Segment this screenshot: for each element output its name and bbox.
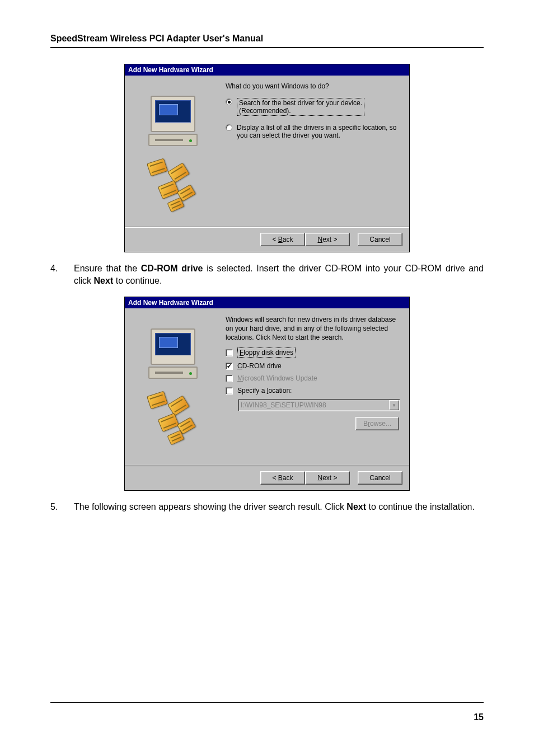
dialog-add-hardware-search-locations: Add New Hardware Wizard bbox=[124, 297, 410, 491]
chip-icon bbox=[158, 180, 180, 199]
back-button[interactable]: < Back bbox=[260, 233, 305, 246]
cancel-button[interactable]: Cancel bbox=[358, 471, 402, 485]
checkbox-icon bbox=[226, 349, 233, 356]
checkbox-cdrom[interactable]: ✔ CD-ROM drive bbox=[226, 362, 400, 370]
checkbox-icon: ✔ bbox=[226, 363, 233, 370]
location-combobox: I:\WIN98_SE\SETUP\WIN98 ▼ bbox=[238, 399, 400, 411]
radio-label: Display a list of all the drivers in a s… bbox=[237, 124, 400, 139]
wizard-illustration bbox=[132, 315, 221, 463]
computer-base-icon bbox=[148, 134, 198, 146]
footer-rule bbox=[50, 702, 484, 703]
radio-icon bbox=[226, 124, 232, 131]
chip-icon bbox=[167, 395, 190, 416]
wizard-illustration bbox=[132, 82, 221, 224]
radio-label-line1: Search for the best driver for your devi… bbox=[239, 99, 362, 107]
radio-icon bbox=[226, 98, 232, 105]
back-button[interactable]: < Back bbox=[260, 471, 305, 485]
checkbox-windows-update: Microsoft Windows Update bbox=[226, 374, 400, 382]
prompt-text: What do you want Windows to do? bbox=[226, 82, 400, 90]
radio-option-display-list[interactable]: Display a list of all the drivers in a s… bbox=[226, 124, 400, 139]
checkbox-floppy[interactable]: Floppy disk drives bbox=[226, 348, 400, 358]
instruction-step-4: 4. Ensure that the CD-ROM drive is selec… bbox=[50, 262, 484, 288]
chip-icon bbox=[147, 391, 168, 409]
document-header: SpeedStream Wireless PCI Adapter User's … bbox=[50, 34, 484, 48]
browse-button: Browse... bbox=[355, 417, 399, 430]
page-number: 15 bbox=[474, 712, 484, 722]
cancel-button[interactable]: Cancel bbox=[358, 233, 402, 246]
chip-icon bbox=[158, 413, 180, 432]
dialog-add-hardware-step-choice: Add New Hardware Wizard bbox=[124, 64, 410, 252]
dialog-title: Add New Hardware Wizard bbox=[125, 297, 409, 308]
radio-option-search[interactable]: Search for the best driver for your devi… bbox=[226, 98, 400, 116]
next-button[interactable]: Next > bbox=[305, 233, 350, 246]
monitor-icon bbox=[151, 328, 195, 365]
checkbox-specify-location[interactable]: Specify a location: bbox=[226, 387, 400, 395]
instruction-step-5: 5. The following screen appears showing … bbox=[50, 501, 484, 513]
computer-base-icon bbox=[148, 367, 198, 379]
chevron-down-icon: ▼ bbox=[389, 400, 399, 410]
chip-icon bbox=[147, 158, 168, 177]
next-button[interactable]: Next > bbox=[305, 471, 350, 485]
dialog-title: Add New Hardware Wizard bbox=[125, 64, 409, 76]
chip-icon bbox=[167, 162, 190, 183]
radio-label-line2: (Recommended). bbox=[239, 107, 291, 115]
monitor-icon bbox=[151, 96, 195, 132]
location-value: I:\WIN98_SE\SETUP\WIN98 bbox=[241, 401, 326, 409]
checkbox-icon bbox=[226, 387, 233, 395]
intro-text: Windows will search for new drivers in i… bbox=[226, 315, 400, 342]
checkbox-icon bbox=[226, 375, 233, 382]
